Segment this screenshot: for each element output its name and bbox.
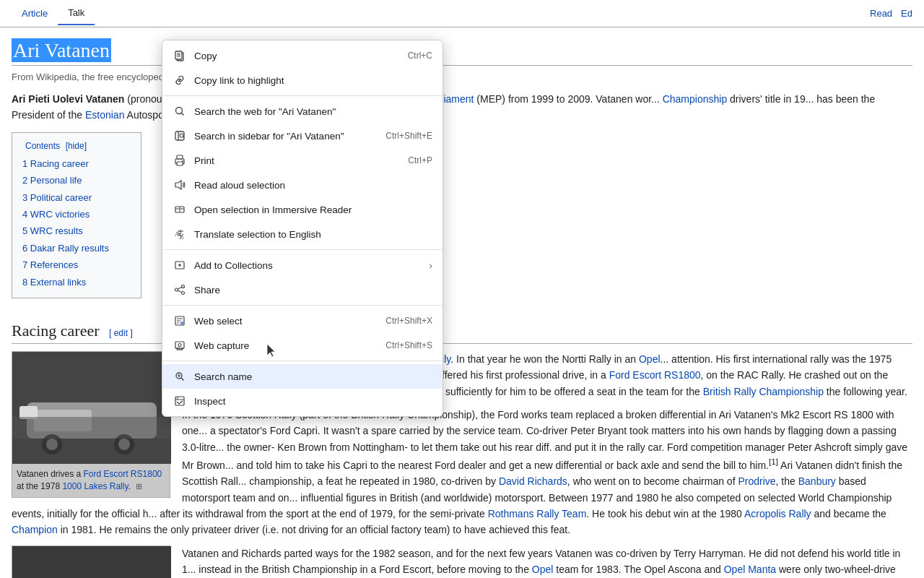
shortcut-print: Ctrl+P [408, 155, 432, 165]
menu-label-read-aloud: Read aloud selection [194, 180, 285, 191]
svg-line-23 [182, 113, 184, 116]
svg-line-27 [183, 137, 183, 137]
svg-rect-28 [177, 155, 183, 159]
menu-label-immersive: Open selection in Immersive Reader [194, 204, 352, 215]
menu-label-share: Share [194, 285, 220, 296]
context-menu-overlay[interactable]: Copy Ctrl+C Copy link to highlight [0, 0, 924, 578]
menu-item-search-sidebar[interactable]: Search in sidebar for "Ari Vatanen" Ctrl… [162, 124, 443, 148]
shortcut-search-sidebar: Ctrl+Shift+E [385, 131, 432, 141]
menu-item-search-web[interactable]: Search the web for "Ari Vatanen" [162, 99, 443, 124]
svg-point-45 [182, 292, 185, 295]
menu-item-copy[interactable]: Copy Ctrl+C [162, 43, 443, 68]
svg-line-47 [178, 290, 181, 293]
menu-divider-4 [162, 361, 443, 361]
print-icon [173, 153, 187, 168]
svg-point-58 [178, 344, 181, 347]
share-icon [173, 282, 187, 297]
svg-point-31 [182, 160, 183, 162]
web-select-icon [173, 314, 187, 328]
menu-label-search-sidebar: Search in sidebar for "Ari Vatanen" [194, 131, 344, 142]
menu-item-immersive[interactable]: Open selection in Immersive Reader [162, 197, 443, 222]
shortcut-copy: Ctrl+C [408, 51, 432, 61]
menu-item-share[interactable]: Share [162, 277, 443, 302]
search-web-icon [173, 104, 187, 118]
svg-point-44 [175, 288, 178, 291]
web-capture-icon [173, 338, 187, 353]
translate-icon: A あ [173, 227, 187, 241]
menu-label-collections: Add to Collections [194, 260, 273, 271]
menu-item-inspect[interactable]: Inspect [162, 389, 443, 413]
search-name-icon [173, 369, 187, 384]
menu-item-translate[interactable]: A あ Translate selection to English [162, 222, 443, 246]
menu-label-copy: Copy [194, 51, 217, 61]
menu-item-web-select[interactable]: Web select Ctrl+Shift+X [162, 309, 443, 333]
menu-label-web-capture: Web capture [194, 340, 249, 351]
svg-point-43 [182, 285, 185, 288]
svg-point-22 [176, 108, 183, 114]
menu-item-collections[interactable]: Add to Collections › [162, 253, 443, 277]
menu-divider-2 [162, 249, 443, 250]
menu-item-search-name[interactable]: Search name [162, 364, 443, 389]
svg-marker-32 [175, 181, 181, 189]
menu-item-read-aloud[interactable]: Read aloud selection [162, 173, 443, 197]
svg-line-60 [181, 378, 183, 380]
menu-item-print[interactable]: Print Ctrl+P [162, 148, 443, 173]
arrow-icon: › [430, 260, 433, 271]
collections-icon [173, 258, 187, 272]
sidebar-search-icon [173, 129, 187, 143]
menu-label-search-web: Search the web for "Ari Vatanen" [194, 106, 336, 117]
menu-label-copy-link: Copy link to highlight [194, 75, 284, 86]
svg-rect-53 [175, 342, 184, 348]
menu-label-search-name: Search name [194, 371, 252, 382]
shortcut-web-capture: Ctrl+Shift+S [385, 340, 432, 350]
link-icon [173, 73, 187, 87]
menu-divider-3 [162, 305, 443, 306]
svg-rect-52 [180, 322, 183, 324]
svg-rect-63 [175, 397, 184, 405]
menu-label-print: Print [194, 155, 214, 166]
menu-label-translate: Translate selection to English [194, 229, 321, 240]
menu-label-inspect: Inspect [194, 396, 226, 407]
inspect-icon [173, 394, 187, 408]
immersive-icon [173, 202, 187, 217]
menu-divider-1 [162, 95, 443, 96]
menu-item-copy-link[interactable]: Copy link to highlight [162, 68, 443, 92]
menu-label-web-select: Web select [194, 316, 243, 327]
copy-icon [173, 48, 187, 63]
context-menu: Copy Ctrl+C Copy link to highlight [162, 40, 443, 417]
svg-line-46 [178, 288, 181, 290]
volume-icon [173, 178, 187, 192]
shortcut-web-select: Ctrl+Shift+X [385, 316, 432, 326]
svg-rect-30 [177, 162, 183, 165]
menu-item-web-capture[interactable]: Web capture Ctrl+Shift+S [162, 333, 443, 358]
svg-point-26 [180, 134, 183, 137]
